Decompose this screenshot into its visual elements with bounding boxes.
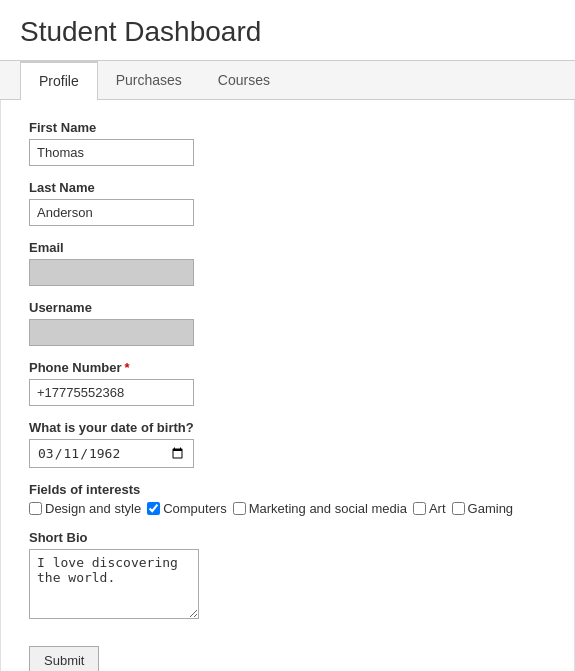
interest-art-label: Art	[429, 501, 446, 516]
interest-computers-label: Computers	[163, 501, 227, 516]
tab-courses[interactable]: Courses	[200, 61, 288, 99]
email-input[interactable]	[29, 259, 194, 286]
email-label: Email	[29, 240, 546, 255]
phone-label-text: Phone Number	[29, 360, 121, 375]
tab-profile[interactable]: Profile	[20, 61, 98, 100]
last-name-group: Last Name	[29, 180, 546, 226]
bio-group: Short Bio I love discovering the world.	[29, 530, 546, 622]
first-name-label: First Name	[29, 120, 546, 135]
dob-input[interactable]	[29, 439, 194, 468]
interest-gaming-label: Gaming	[468, 501, 514, 516]
interest-art-checkbox[interactable]	[413, 502, 426, 515]
page-title: Student Dashboard	[0, 0, 575, 60]
dob-label: What is your date of birth?	[29, 420, 546, 435]
interest-design-checkbox[interactable]	[29, 502, 42, 515]
username-label: Username	[29, 300, 546, 315]
phone-required: *	[124, 360, 129, 375]
email-group: Email	[29, 240, 546, 286]
interest-gaming-checkbox[interactable]	[452, 502, 465, 515]
first-name-group: First Name	[29, 120, 546, 166]
interest-marketing-checkbox[interactable]	[233, 502, 246, 515]
interest-computers-checkbox[interactable]	[147, 502, 160, 515]
username-input[interactable]	[29, 319, 194, 346]
submit-button[interactable]: Submit	[29, 646, 99, 671]
last-name-input[interactable]	[29, 199, 194, 226]
phone-group: Phone Number*	[29, 360, 546, 406]
bio-label: Short Bio	[29, 530, 546, 545]
first-name-input[interactable]	[29, 139, 194, 166]
tab-purchases[interactable]: Purchases	[98, 61, 200, 99]
username-group: Username	[29, 300, 546, 346]
interest-gaming: Gaming	[452, 501, 514, 516]
interest-computers: Computers	[147, 501, 227, 516]
bio-input[interactable]: I love discovering the world.	[29, 549, 199, 619]
dob-group: What is your date of birth?	[29, 420, 546, 468]
last-name-label: Last Name	[29, 180, 546, 195]
interest-marketing: Marketing and social media	[233, 501, 407, 516]
tabs-bar: Profile Purchases Courses	[0, 60, 575, 100]
interest-design-label: Design and style	[45, 501, 141, 516]
phone-input[interactable]	[29, 379, 194, 406]
interest-marketing-label: Marketing and social media	[249, 501, 407, 516]
interest-art: Art	[413, 501, 446, 516]
interests-group: Fields of interests Design and style Com…	[29, 482, 546, 516]
phone-label: Phone Number*	[29, 360, 546, 375]
profile-form: First Name Last Name Email Username Phon…	[0, 100, 575, 671]
interest-design: Design and style	[29, 501, 141, 516]
interests-label: Fields of interests	[29, 482, 546, 497]
interests-checkboxes: Design and style Computers Marketing and…	[29, 501, 546, 516]
